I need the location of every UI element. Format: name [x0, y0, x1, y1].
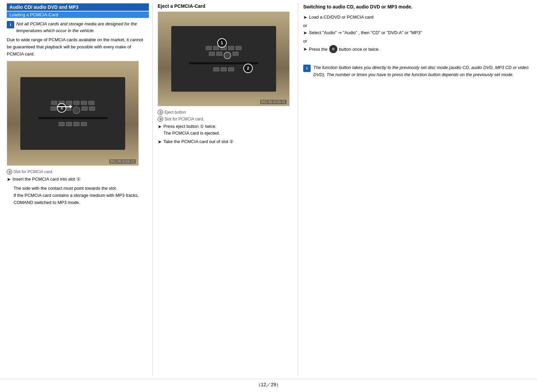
left-caption1: ① Slot for PCMCIA card. — [7, 169, 149, 175]
mid-bullet1: ➤ Press eject button ① twice. The PCMCIA… — [158, 123, 294, 136]
left-detail1: The side with the contact must point tow… — [14, 185, 149, 192]
stereo-slot — [38, 117, 107, 119]
left-bullet1-text: Insert the PCMCIA card into slot ① — [13, 176, 81, 183]
mid-bullet1-detail: The PCMCIA card is ejected. — [163, 130, 220, 137]
right-bullet1: ➤ Load a CD/DVD or PCMCIA card — [303, 14, 530, 21]
stereo-btn — [209, 52, 215, 56]
stereo-btn — [73, 101, 80, 105]
stereo-btn — [228, 67, 234, 71]
stereo-btn — [50, 107, 57, 111]
mid-bullet1-content: Press eject button ① twice. The PCMCIA c… — [163, 123, 220, 136]
info-box-left: i Not all PCMCIA cards and storage media… — [7, 21, 149, 34]
stereo-btn — [51, 101, 57, 105]
circled-num-mid-2: ② — [158, 116, 163, 122]
stereo-btn — [221, 67, 227, 71]
press-the-prefix: Press the — [309, 47, 328, 52]
image-ref-left: B62.86-6158-31 — [109, 159, 136, 164]
image-ref-mid: B62.86-6158-31 — [260, 100, 287, 104]
stereo-btn — [88, 101, 94, 105]
mid-bullet-arrow-1: ➤ — [158, 123, 162, 130]
stereo-btn — [81, 122, 87, 126]
stereo-btn — [66, 101, 72, 105]
stereo-btn — [73, 122, 80, 126]
stereo-btn — [66, 122, 72, 126]
left-bullet1-details: The side with the contact must point tow… — [7, 185, 149, 206]
section-subheader: Loading a PCMCIA-Card — [7, 11, 149, 18]
stereo-btn — [81, 101, 87, 105]
stereo-btn — [206, 46, 212, 50]
mid-bullet2-text: Take the PCMCIA card out of slot ② — [163, 138, 233, 145]
car-image-left: 1 B62.86-6158-31 — [7, 61, 139, 166]
right-bullet2-text: Select "Audio" ⇒ "Audio" , then "CD" or … — [309, 29, 422, 36]
normal-text-left: Due to wide range of PCMCIA cards availa… — [7, 37, 149, 57]
left-bullet1: ➤ Insert the PCMCIA card into slot ① — [7, 176, 149, 183]
left-detail2: If the PCMCIA card contains a storage me… — [14, 192, 149, 206]
mid-bullet1-text: Press eject button ① twice. — [163, 123, 220, 130]
middle-column: Eject a PCMCIA-Card — [152, 3, 294, 375]
main-content: Audio CD/ audio DVD and MP3 Loading a PC… — [0, 0, 537, 379]
right-column: Switching to audio CD, audio DVD or MP3 … — [298, 3, 530, 375]
page-container: Audio CD/ audio DVD and MP3 Loading a PC… — [0, 0, 537, 392]
page-footer: （12／29） — [0, 379, 537, 392]
circled-num-mid-1: ① — [158, 110, 163, 115]
disc-icon — [329, 45, 337, 53]
right-bullet-arrow-3: ➤ — [303, 46, 307, 52]
left-column: Audio CD/ audio DVD and MP3 Loading a PC… — [7, 3, 149, 375]
stereo-btn — [236, 46, 242, 50]
info-text-left: Not all PCMCIA cards and storage media a… — [16, 21, 149, 34]
info-text-right: The function button takes you directly t… — [313, 64, 530, 78]
stereo-btn — [213, 67, 219, 71]
stereo-btn — [232, 52, 239, 56]
eject-btn-round — [224, 52, 231, 59]
middle-title: Eject a PCMCIA-Card — [158, 3, 294, 9]
mid-bullet2: ➤ Take the PCMCIA card out of slot ② — [158, 138, 294, 145]
mid-bullet-arrow-2: ➤ — [158, 138, 162, 145]
or-text-1: or — [303, 23, 530, 28]
stereo-btn — [82, 107, 88, 111]
stereo-btn — [89, 107, 95, 111]
section-header: Audio CD/ audio DVD and MP3 — [7, 3, 149, 11]
mid-caption2: ② Slot for PCMCIA card. — [158, 116, 294, 122]
or-text-2: or — [303, 39, 530, 44]
press-the-line: ➤ Press the button once or twice. — [303, 45, 530, 53]
circle-label-mid-2: 2 — [243, 64, 253, 73]
page-number: （12／29） — [256, 382, 281, 387]
circle-label-mid-1: 1 — [217, 38, 227, 48]
stereo-btn — [216, 52, 222, 56]
right-bullet2: ➤ Select "Audio" ⇒ "Audio" , then "CD" o… — [303, 29, 530, 37]
circle-label-1: 1 — [57, 103, 66, 113]
info-icon-right: i — [303, 65, 311, 72]
circled-num-1: ① — [7, 169, 12, 175]
right-bullet-arrow-2: ➤ — [303, 29, 307, 37]
stereo-btn — [213, 46, 219, 50]
right-title: Switching to audio CD, audio DVD or MP3 … — [303, 3, 530, 10]
arrow-indicator — [57, 106, 70, 107]
right-bullet1-text: Load a CD/DVD or PCMCIA card — [309, 14, 374, 21]
stereo-btn — [59, 122, 65, 126]
bullet-arrow-1: ➤ — [7, 176, 11, 183]
right-bullet-arrow-1: ➤ — [303, 14, 307, 21]
info-box-right: i The function button takes you directly… — [303, 64, 530, 78]
car-image-mid: 1 2 B62.86-6158-31 — [158, 11, 290, 106]
stereo-btn-round — [73, 107, 80, 114]
info-icon-left: i — [7, 21, 14, 28]
mid-caption1: ① Eject button — [158, 110, 294, 115]
press-the-suffix: button once or twice. — [339, 47, 380, 52]
stereo-btn — [228, 46, 234, 50]
